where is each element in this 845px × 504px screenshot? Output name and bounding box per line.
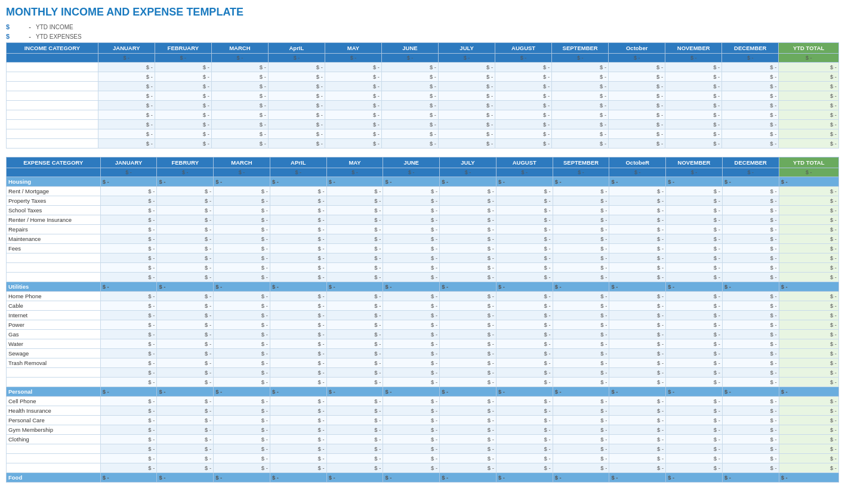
- income-value-cell[interactable]: $ -: [98, 91, 155, 101]
- expense-value-cell[interactable]: $ -: [383, 215, 440, 225]
- expense-value-cell[interactable]: $ -: [440, 358, 496, 368]
- expense-value-cell[interactable]: $ -: [100, 339, 157, 349]
- expense-value-cell[interactable]: $ -: [722, 234, 779, 244]
- income-ytd-cell[interactable]: $ -: [779, 110, 839, 120]
- income-value-cell[interactable]: $ -: [552, 139, 609, 149]
- income-value-cell[interactable]: $ -: [665, 120, 722, 129]
- expense-ytd-cell[interactable]: $ -: [779, 349, 838, 358]
- expense-value-cell[interactable]: $ -: [157, 330, 214, 339]
- expense-value-cell[interactable]: $ -: [270, 196, 326, 206]
- expense-value-cell[interactable]: $ -: [722, 444, 779, 454]
- income-value-cell[interactable]: $ -: [665, 110, 722, 120]
- expense-value-cell[interactable]: $ -: [609, 320, 666, 330]
- expense-value-cell[interactable]: $ -: [326, 444, 383, 454]
- income-value-cell[interactable]: $ -: [155, 110, 211, 120]
- income-value-cell[interactable]: $ -: [609, 91, 665, 101]
- expense-value-cell[interactable]: $ -: [722, 206, 779, 215]
- expense-value-cell[interactable]: $ -: [496, 187, 553, 196]
- expense-value-cell[interactable]: $ -: [553, 416, 609, 425]
- expense-value-cell[interactable]: $ -: [383, 444, 440, 454]
- income-value-cell[interactable]: $ -: [211, 82, 268, 91]
- expense-value-cell[interactable]: $ -: [666, 206, 723, 215]
- income-value-cell[interactable]: $ -: [495, 101, 552, 110]
- expense-value-cell[interactable]: $ -: [157, 311, 214, 320]
- income-value-cell[interactable]: $ -: [325, 139, 381, 149]
- expense-value-cell[interactable]: $ -: [270, 187, 326, 196]
- income-value-cell[interactable]: $ -: [439, 82, 495, 91]
- expense-category-cell[interactable]: Personal Care: [7, 416, 101, 425]
- expense-value-cell[interactable]: $ -: [100, 292, 157, 301]
- expense-ytd-cell[interactable]: $ -: [779, 244, 838, 253]
- expense-value-cell[interactable]: $ -: [326, 225, 383, 234]
- expense-ytd-cell[interactable]: $ -: [779, 463, 838, 473]
- expense-value-cell[interactable]: $ -: [609, 292, 666, 301]
- income-value-cell[interactable]: $ -: [495, 91, 552, 101]
- income-value-cell[interactable]: $ -: [98, 82, 155, 91]
- income-value-cell[interactable]: $ -: [495, 120, 552, 129]
- income-ytd-cell[interactable]: $ -: [779, 139, 839, 149]
- expense-value-cell[interactable]: $ -: [722, 244, 779, 253]
- expense-value-cell[interactable]: $ -: [722, 187, 779, 196]
- expense-value-cell[interactable]: $ -: [496, 330, 553, 339]
- expense-value-cell[interactable]: $ -: [440, 378, 496, 387]
- expense-value-cell[interactable]: $ -: [609, 311, 666, 320]
- expense-value-cell[interactable]: $ -: [214, 368, 270, 378]
- income-value-cell[interactable]: $ -: [98, 120, 155, 129]
- expense-value-cell[interactable]: $ -: [270, 425, 326, 435]
- expense-value-cell[interactable]: $ -: [496, 378, 553, 387]
- expense-category-cell[interactable]: Fees: [7, 244, 101, 253]
- expense-ytd-cell[interactable]: $ -: [779, 368, 838, 378]
- expense-value-cell[interactable]: $ -: [326, 187, 383, 196]
- income-value-cell[interactable]: $ -: [155, 129, 211, 139]
- expense-value-cell[interactable]: $ -: [440, 215, 496, 225]
- expense-value-cell[interactable]: $ -: [157, 196, 214, 206]
- expense-ytd-cell[interactable]: $ -: [779, 263, 838, 273]
- expense-value-cell[interactable]: $ -: [666, 301, 723, 311]
- expense-value-cell[interactable]: $ -: [326, 206, 383, 215]
- expense-value-cell[interactable]: $ -: [722, 397, 779, 406]
- income-value-cell[interactable]: $ -: [495, 63, 552, 72]
- expense-value-cell[interactable]: $ -: [722, 339, 779, 349]
- expense-value-cell[interactable]: $ -: [157, 215, 214, 225]
- expense-value-cell[interactable]: $ -: [440, 311, 496, 320]
- expense-value-cell[interactable]: $ -: [722, 225, 779, 234]
- expense-value-cell[interactable]: $ -: [100, 444, 157, 454]
- expense-value-cell[interactable]: $ -: [666, 311, 723, 320]
- expense-value-cell[interactable]: $ -: [609, 244, 666, 253]
- expense-value-cell[interactable]: $ -: [270, 406, 326, 416]
- expense-value-cell[interactable]: $ -: [270, 320, 326, 330]
- expense-value-cell[interactable]: $ -: [440, 225, 496, 234]
- expense-value-cell[interactable]: $ -: [609, 234, 666, 244]
- expense-value-cell[interactable]: $ -: [553, 206, 609, 215]
- expense-ytd-cell[interactable]: $ -: [779, 225, 838, 234]
- expense-value-cell[interactable]: $ -: [100, 273, 157, 282]
- expense-value-cell[interactable]: $ -: [214, 225, 270, 234]
- expense-value-cell[interactable]: $ -: [326, 292, 383, 301]
- expense-category-cell[interactable]: [7, 454, 101, 463]
- expense-value-cell[interactable]: $ -: [157, 397, 214, 406]
- expense-value-cell[interactable]: $ -: [609, 225, 666, 234]
- expense-value-cell[interactable]: $ -: [326, 215, 383, 225]
- expense-value-cell[interactable]: $ -: [440, 435, 496, 444]
- expense-value-cell[interactable]: $ -: [100, 406, 157, 416]
- expense-value-cell[interactable]: $ -: [666, 187, 723, 196]
- expense-value-cell[interactable]: $ -: [553, 330, 609, 339]
- income-value-cell[interactable]: $ -: [665, 129, 722, 139]
- income-value-cell[interactable]: $ -: [268, 101, 325, 110]
- income-value-cell[interactable]: $ -: [98, 101, 155, 110]
- expense-value-cell[interactable]: $ -: [440, 444, 496, 454]
- expense-value-cell[interactable]: $ -: [440, 196, 496, 206]
- income-value-cell[interactable]: $ -: [325, 63, 381, 72]
- expense-value-cell[interactable]: $ -: [157, 292, 214, 301]
- expense-ytd-cell[interactable]: $ -: [779, 187, 838, 196]
- expense-value-cell[interactable]: $ -: [553, 406, 609, 416]
- expense-value-cell[interactable]: $ -: [666, 397, 723, 406]
- expense-value-cell[interactable]: $ -: [440, 253, 496, 263]
- income-value-cell[interactable]: $ -: [381, 101, 438, 110]
- expense-category-cell[interactable]: Cell Phone: [7, 397, 101, 406]
- expense-category-cell[interactable]: [7, 253, 101, 263]
- income-ytd-cell[interactable]: $ -: [779, 82, 839, 91]
- income-value-cell[interactable]: $ -: [381, 120, 438, 129]
- expense-value-cell[interactable]: $ -: [383, 263, 440, 273]
- income-value-cell[interactable]: $ -: [552, 72, 609, 82]
